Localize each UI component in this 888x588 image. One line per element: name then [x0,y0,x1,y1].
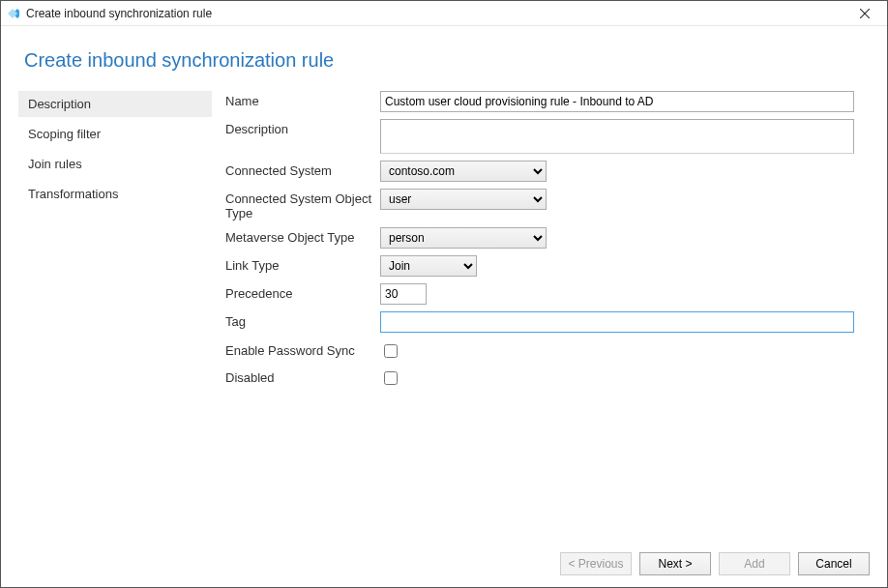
sidebar-item-label: Description [28,97,91,111]
sidebar-item-transformations[interactable]: Transformations [18,181,212,207]
link-type-select[interactable]: Join [380,255,477,277]
footer: < Previous Next > Add Cancel [1,544,887,587]
label-metaverse-object-type: Metaverse Object Type [225,227,380,245]
add-button[interactable]: Add [719,552,790,575]
sidebar-item-description[interactable]: Description [18,91,212,117]
connected-system-object-type-select[interactable]: user [380,189,547,210]
next-button[interactable]: Next > [639,552,711,575]
connected-system-select[interactable]: contoso.com [380,161,547,182]
label-link-type: Link Type [225,255,380,273]
titlebar: Create inbound synchronization rule [1,1,887,26]
label-enable-password-sync: Enable Password Sync [225,340,380,358]
label-connected-system: Connected System [225,161,380,178]
name-input[interactable] [380,91,854,112]
content-area: Create inbound synchronization rule Desc… [1,26,887,544]
tag-input[interactable] [380,311,854,333]
enable-password-sync-checkbox[interactable] [384,344,398,358]
window-title: Create inbound synchronization rule [26,7,848,20]
sidebar-item-label: Scoping filter [28,127,101,141]
close-icon[interactable] [848,3,881,24]
dialog-window: Create inbound synchronization rule Crea… [0,0,888,588]
sidebar-item-join-rules[interactable]: Join rules [18,151,212,177]
sidebar-item-label: Transformations [28,187,118,201]
label-description: Description [225,119,380,136]
disabled-checkbox[interactable] [384,371,398,385]
cancel-button[interactable]: Cancel [798,552,870,575]
label-tag: Tag [225,311,380,329]
previous-button[interactable]: < Previous [560,552,632,575]
description-input[interactable] [380,119,854,154]
label-disabled: Disabled [225,368,380,385]
precedence-input[interactable] [380,283,427,305]
label-connected-system-object-type: Connected System Object Type [225,189,380,220]
metaverse-object-type-select[interactable]: person [380,227,547,249]
body-row: Description Scoping filter Join rules Tr… [18,91,870,533]
label-name: Name [225,91,380,108]
form-area: Name Description Connected System contos… [212,91,870,533]
sidebar-item-label: Join rules [28,157,82,171]
sidebar: Description Scoping filter Join rules Tr… [18,91,212,533]
page-title: Create inbound synchronization rule [24,49,870,72]
app-icon [5,6,20,21]
label-precedence: Precedence [225,283,380,301]
sidebar-item-scoping-filter[interactable]: Scoping filter [18,121,212,147]
